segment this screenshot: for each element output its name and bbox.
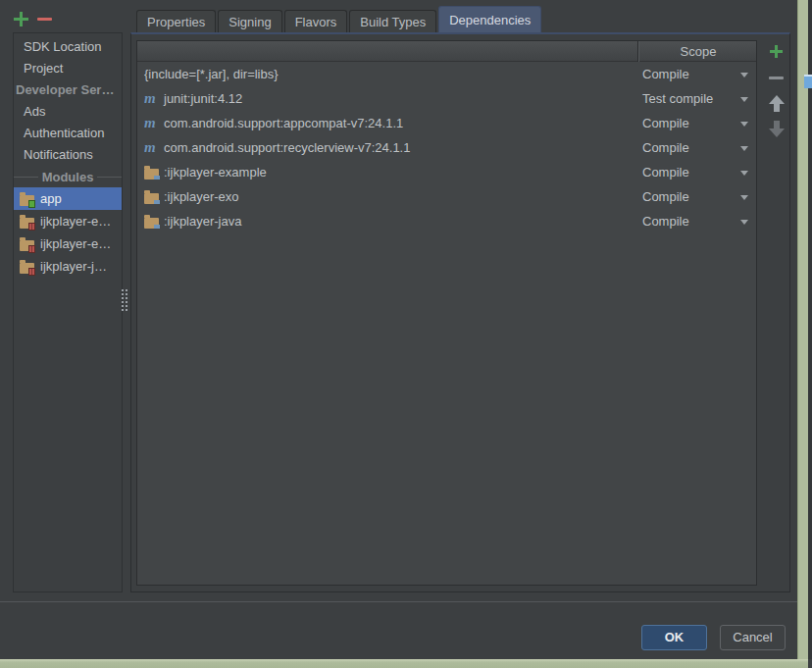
module-folder-icon (144, 169, 159, 180)
module-settings-tabbar: Properties Signing Flavors Build Types D… (136, 6, 543, 33)
dependency-row-recyclerview[interactable]: m com.android.support:recyclerview-v7:24… (137, 135, 756, 160)
maven-icon: m (144, 140, 159, 155)
dependency-name: com.android.support:appcompat-v7:24.1.1 (164, 116, 403, 130)
dependencies-table: Scope {include=[*.jar], dir=libs} Compil… (136, 40, 757, 586)
desktop-icon-fragment (804, 75, 812, 88)
dependency-row-ijkplayer-exo[interactable]: :ijkplayer-exo Compile (137, 184, 756, 209)
scope-value: Compile (642, 214, 689, 229)
dependency-name: {include=[*.jar], dir=libs} (144, 67, 279, 81)
table-header: Scope (137, 41, 756, 62)
module-label: ijkplayer-e… (40, 236, 111, 251)
module-label: ijkplayer-e… (40, 214, 111, 229)
dependency-row-ijkplayer-java[interactable]: :ijkplayer-java Compile (137, 209, 756, 233)
add-dependency-plus-icon[interactable] (770, 45, 783, 58)
scope-select[interactable]: Compile (636, 140, 756, 155)
module-folder-icon (20, 240, 34, 251)
dependency-actions-gutter (763, 34, 789, 580)
chevron-down-icon[interactable] (740, 97, 748, 102)
chevron-down-icon[interactable] (740, 122, 748, 127)
chevron-down-icon[interactable] (740, 195, 748, 200)
chevron-down-icon[interactable] (740, 73, 748, 77)
scope-select[interactable]: Compile (636, 214, 756, 229)
scope-value: Test compile (642, 91, 713, 106)
scope-value: Compile (642, 116, 689, 130)
tab-signing[interactable]: Signing (218, 10, 281, 33)
tab-flavors[interactable]: Flavors (284, 10, 348, 33)
ok-button[interactable]: OK (641, 625, 707, 650)
sidebar-item-project[interactable]: Project (14, 58, 122, 79)
scope-select[interactable]: Compile (636, 116, 756, 130)
maven-icon: m (144, 116, 159, 130)
remove-dependency-minus-icon[interactable] (769, 77, 784, 79)
module-folder-icon (144, 218, 159, 229)
dependency-name: :ijkplayer-java (164, 214, 241, 229)
tab-build-types[interactable]: Build Types (349, 10, 436, 33)
tab-properties[interactable]: Properties (136, 10, 216, 33)
dependency-row-appcompat[interactable]: m com.android.support:appcompat-v7:24.1.… (137, 111, 756, 135)
sidebar-item-ads[interactable]: Ads (14, 101, 122, 123)
scope-value: Compile (642, 67, 689, 81)
chevron-down-icon[interactable] (740, 171, 748, 176)
dependency-row-jar-libs[interactable]: {include=[*.jar], dir=libs} Compile (137, 62, 756, 86)
module-folder-icon (20, 263, 34, 274)
remove-item-minus-icon[interactable] (37, 18, 52, 21)
move-down-arrow-icon[interactable] (769, 121, 785, 137)
scope-select[interactable]: Compile (636, 165, 756, 180)
sidebar-item-developer-services[interactable]: Developer Ser… (14, 79, 122, 101)
sidebar-module-ijkplayer-exo[interactable]: ijkplayer-e… (14, 232, 122, 255)
maven-icon: m (144, 91, 159, 106)
dependency-row-junit[interactable]: m junit:junit:4.12 Test compile (137, 86, 756, 111)
desktop-edge-bottom (0, 659, 808, 668)
sidebar-item-authentication[interactable]: Authentication (14, 123, 122, 144)
module-label: app (40, 191, 62, 206)
sidebar-splitter-handle[interactable] (120, 287, 127, 313)
dependency-name: com.android.support:recyclerview-v7:24.1… (164, 140, 410, 155)
cancel-button[interactable]: Cancel (720, 625, 786, 650)
android-app-folder-icon (20, 195, 34, 206)
settings-sidebar: SDK Location Project Developer Ser… Ads … (13, 32, 123, 592)
desktop-edge-dark (808, 0, 812, 659)
modules-section-header: Modules (14, 166, 122, 187)
scope-select[interactable]: Test compile (636, 91, 756, 106)
add-item-plus-icon[interactable] (14, 12, 28, 26)
sidebar-toolbar (13, 9, 121, 30)
sidebar-item-notifications[interactable]: Notifications (14, 144, 122, 166)
scope-value: Compile (642, 165, 689, 180)
scope-value: Compile (642, 140, 689, 155)
dependency-row-ijkplayer-example[interactable]: :ijkplayer-example Compile (137, 160, 756, 184)
scope-select[interactable]: Compile (636, 189, 756, 204)
scope-column-header: Scope (638, 41, 757, 62)
sidebar-module-ijkplayer-java[interactable]: ijkplayer-j… (14, 255, 122, 278)
move-up-arrow-icon[interactable] (769, 95, 785, 112)
dependencies-panel: Scope {include=[*.jar], dir=libs} Compil… (130, 32, 790, 592)
chevron-down-icon[interactable] (740, 220, 748, 225)
modules-section-label: Modules (42, 170, 94, 184)
module-label: ijkplayer-j… (40, 259, 107, 274)
dependency-name: junit:junit:4.12 (164, 91, 242, 106)
chevron-down-icon[interactable] (740, 146, 748, 151)
scope-select[interactable]: Compile (636, 67, 756, 81)
button-bar-divider (0, 601, 797, 602)
sidebar-module-ijkplayer-example[interactable]: ijkplayer-e… (14, 210, 122, 232)
sidebar-module-app[interactable]: app (14, 187, 122, 210)
tab-dependencies[interactable]: Dependencies (438, 6, 541, 33)
sidebar-item-sdk-location[interactable]: SDK Location (14, 36, 122, 58)
desktop-edge-right (797, 0, 808, 668)
dependency-name: :ijkplayer-example (164, 165, 267, 180)
module-folder-icon (20, 218, 34, 229)
scope-value: Compile (642, 189, 689, 204)
module-folder-icon (144, 193, 159, 204)
dependency-name: :ijkplayer-exo (164, 189, 239, 204)
